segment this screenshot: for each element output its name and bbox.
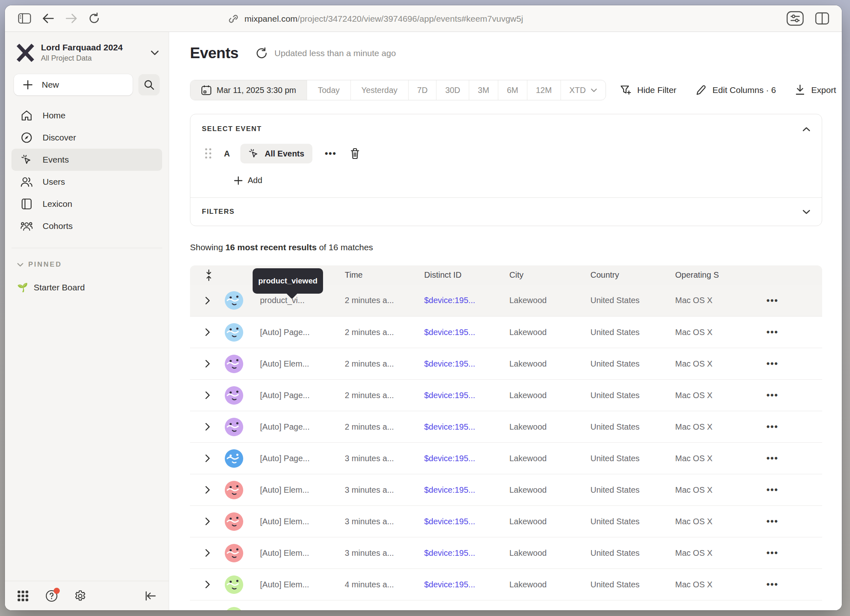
table-row[interactable]: [Auto] Page... 2 minutes a... $device:19…	[190, 379, 822, 411]
pinned-section-header[interactable]: PINNED	[17, 260, 169, 269]
event-name-cell: [Auto] Elem...	[260, 359, 345, 369]
city-cell: Lakewood	[509, 422, 590, 432]
row-more-button[interactable]: •••	[766, 327, 778, 337]
add-event-button[interactable]: Add	[234, 176, 810, 185]
range-3m[interactable]: 3M	[469, 80, 498, 100]
table-row[interactable]: [Auto] Page... 3 minutes a... $device:19…	[190, 442, 822, 474]
forward-button[interactable]	[62, 10, 80, 27]
row-more-button[interactable]: •••	[766, 453, 778, 464]
table-row[interactable]: [Auto] Elem... 2 minutes a... $device:19…	[190, 348, 822, 379]
event-name-cell: product_vi...	[260, 296, 345, 305]
sidebar-item-lexicon[interactable]: Lexicon	[11, 193, 162, 215]
sidebar-item-home[interactable]: Home	[11, 104, 162, 127]
expand-row-chevron-icon[interactable]	[205, 328, 210, 336]
apps-grid-icon[interactable]	[16, 589, 29, 602]
chevron-up-icon[interactable]	[803, 127, 810, 131]
reload-button[interactable]	[85, 10, 103, 27]
refresh-icon[interactable]	[255, 47, 268, 60]
range-yesterday[interactable]: Yesterday	[350, 80, 408, 100]
hide-filter-button[interactable]: Hide Filter	[620, 84, 676, 96]
sidebar-item-cohorts[interactable]: Cohorts	[11, 215, 162, 237]
event-name-cell: [Auto] Page...	[260, 391, 345, 400]
new-button[interactable]: New	[14, 74, 133, 95]
table-row[interactable]: [Auto] Elem... 3 minutes a... $device:19…	[190, 537, 822, 568]
os-cell: Mac OS X	[675, 422, 759, 432]
row-more-button[interactable]: •••	[766, 579, 778, 590]
search-button[interactable]	[138, 74, 160, 95]
table-row[interactable]: [Auto] Elem... 3 minutes a... $device:19…	[190, 474, 822, 505]
row-more-button[interactable]: •••	[766, 295, 778, 306]
range-30d[interactable]: 30D	[436, 80, 469, 100]
sidebar-item-discover[interactable]: Discover	[11, 127, 162, 149]
sidebar-item-events[interactable]: Events	[11, 149, 162, 171]
range-6m[interactable]: 6M	[498, 80, 527, 100]
back-button[interactable]	[39, 10, 57, 27]
page-settings-icon[interactable]	[786, 10, 804, 27]
column-header-os[interactable]: Operating S	[675, 270, 759, 280]
table-row[interactable]	[190, 600, 822, 610]
distinct-id-link[interactable]: $device:195...	[424, 454, 509, 463]
row-more-button[interactable]: •••	[766, 485, 778, 495]
row-more-button[interactable]: •••	[766, 421, 778, 432]
range-12m[interactable]: 12M	[527, 80, 561, 100]
sidebar-item-users[interactable]: Users	[11, 171, 162, 193]
date-picker-segment[interactable]: Mar 11, 2025 3:30 pm	[190, 80, 307, 100]
range-today[interactable]: Today	[307, 80, 350, 100]
row-more-button[interactable]: •••	[766, 358, 778, 369]
distinct-id-link[interactable]: $device:195...	[424, 296, 509, 305]
date-range-control: Mar 11, 2025 3:30 pm Today Yesterday 7D …	[190, 80, 606, 100]
project-switcher[interactable]: Lord Farquaad 2024 All Project Data	[5, 32, 169, 63]
row-more-button[interactable]: •••	[766, 516, 778, 527]
distinct-id-link[interactable]: $device:195...	[424, 328, 509, 337]
sidebar-item-label: Home	[43, 111, 66, 120]
collapse-sidebar-icon[interactable]	[144, 589, 157, 602]
sidebar-item-label: Events	[43, 155, 69, 165]
sidebar-item-starter-board[interactable]: 🌱 Starter Board	[17, 283, 169, 292]
help-icon[interactable]	[45, 589, 58, 602]
export-button[interactable]: Export	[795, 84, 836, 96]
row-more-button[interactable]: •••	[766, 390, 778, 401]
table-row[interactable]: [Auto] Elem... 3 minutes a... $device:19…	[190, 505, 822, 537]
table-row[interactable]: [Auto] Page... 2 minutes a... $device:19…	[190, 316, 822, 348]
event-more-button[interactable]: •••	[325, 148, 337, 159]
expand-row-chevron-icon[interactable]	[205, 517, 210, 525]
drag-handle[interactable]	[205, 148, 212, 159]
distinct-id-link[interactable]: $device:195...	[424, 359, 509, 369]
edit-columns-button[interactable]: Edit Columns · 6	[695, 84, 776, 96]
expand-row-chevron-icon[interactable]	[205, 549, 210, 557]
expand-row-chevron-icon[interactable]	[205, 486, 210, 494]
url-domain: mixpanel.com	[244, 14, 298, 23]
event-name-cell: [Auto] Elem...	[260, 517, 345, 526]
chevron-down-icon[interactable]	[803, 210, 810, 214]
city-cell: Lakewood	[509, 517, 590, 526]
distinct-id-link[interactable]: $device:195...	[424, 391, 509, 400]
table-row[interactable]: [Auto] Page... 2 minutes a... $device:19…	[190, 411, 822, 442]
sidebar-toggle-icon[interactable]	[16, 10, 34, 27]
distinct-id-link[interactable]: $device:195...	[424, 517, 509, 526]
column-header-country[interactable]: Country	[590, 270, 675, 280]
table-row[interactable]: [Auto] Elem... 4 minutes a... $device:19…	[190, 568, 822, 600]
distinct-id-link[interactable]: $device:195...	[424, 548, 509, 558]
gear-icon[interactable]	[74, 589, 87, 602]
row-more-button[interactable]: •••	[766, 548, 778, 558]
distinct-id-link[interactable]: $device:195...	[424, 422, 509, 432]
distinct-id-link[interactable]: $device:195...	[424, 580, 509, 589]
address-bar[interactable]: mixpanel.com/project/3472420/view/397469…	[228, 5, 523, 32]
expand-row-chevron-icon[interactable]	[205, 391, 210, 399]
distinct-id-link[interactable]: $device:195...	[424, 485, 509, 495]
collapse-rows-icon[interactable]	[205, 269, 213, 281]
range-7d[interactable]: 7D	[408, 80, 436, 100]
expand-row-chevron-icon[interactable]	[205, 297, 210, 305]
trash-icon[interactable]	[350, 148, 360, 159]
expand-row-chevron-icon[interactable]	[205, 580, 210, 589]
event-selector-chip[interactable]: All Events	[240, 144, 312, 163]
column-header-city[interactable]: City	[509, 270, 590, 280]
expand-row-chevron-icon[interactable]	[205, 360, 210, 368]
expand-row-chevron-icon[interactable]	[205, 454, 210, 462]
filters-section[interactable]: FILTERS	[190, 198, 822, 226]
column-header-time[interactable]: Time	[345, 270, 424, 280]
column-header-distinct-id[interactable]: Distinct ID	[424, 270, 509, 280]
expand-row-chevron-icon[interactable]	[205, 423, 210, 431]
split-view-icon[interactable]	[813, 10, 831, 27]
range-xtd-dropdown[interactable]: XTD	[561, 80, 606, 100]
